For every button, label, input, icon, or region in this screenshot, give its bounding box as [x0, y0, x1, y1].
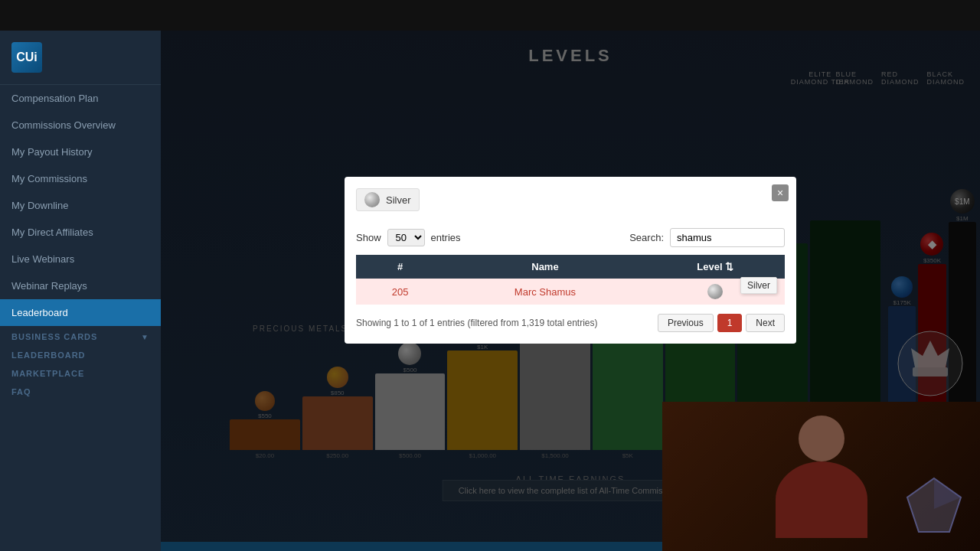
table-header-row: # Name Level ⇅ [356, 255, 785, 279]
logo-text: CUi [16, 51, 38, 64]
modal-controls: Show 50 entries Search: [356, 228, 785, 247]
page-1-button[interactable]: 1 [717, 314, 743, 332]
search-input[interactable] [670, 228, 785, 247]
modal-title-area: Silver [356, 188, 420, 211]
level-tooltip: Silver [740, 277, 777, 294]
sidebar-item-direct-affiliates[interactable]: My Direct Affiliates [0, 219, 161, 246]
data-table: # Name Level ⇅ 205 Marc Shamus [356, 255, 785, 305]
show-label: Show [356, 232, 381, 243]
search-label: Search: [629, 232, 664, 243]
cell-id: 205 [356, 279, 444, 305]
col-name: Name [444, 255, 645, 279]
sidebar-item-my-downline[interactable]: My Downline [0, 192, 161, 219]
cell-level: Silver [646, 279, 785, 305]
silver-icon [364, 192, 380, 207]
cell-name: Marc Shamus [444, 279, 645, 305]
sidebar-item-webinar-replays[interactable]: Webinar Replays [0, 272, 161, 299]
sidebar-section-marketplace[interactable]: MARKETPLACE [0, 363, 161, 381]
show-section: Show 50 entries [356, 229, 461, 246]
entries-label: entries [431, 232, 461, 243]
previous-button[interactable]: Previous [658, 314, 714, 332]
next-button[interactable]: Next [746, 314, 785, 332]
sidebar-item-leaderboard[interactable]: Leaderboard [0, 299, 161, 326]
showing-text: Showing 1 to 1 of 1 entries (filtered fr… [356, 318, 598, 328]
modal-dialog: Silver × Show 50 entries Search: [345, 177, 796, 344]
sidebar-section-faq[interactable]: FAQ [0, 381, 161, 399]
search-section: Search: [629, 228, 785, 247]
sidebar-item-commissions-overview[interactable]: Commissions Overview [0, 112, 161, 139]
modal-overlay: Silver × Show 50 entries Search: [161, 31, 980, 551]
chevron-down-icon: ▼ [141, 333, 149, 341]
sidebar: CUi Compensation Plan Commissions Overvi… [0, 31, 161, 551]
top-bar [0, 0, 980, 31]
sidebar-item-my-commissions[interactable]: My Commissions [0, 165, 161, 192]
sidebar-nav: Compensation Plan Commissions Overview M… [0, 85, 161, 551]
content-area: LEVELS PRECIOUS METALS TIER BLUEDIAMOND … [161, 31, 980, 551]
sidebar-logo: CUi [0, 31, 161, 85]
modal-footer: Showing 1 to 1 of 1 entries (filtered fr… [356, 314, 785, 332]
sidebar-section-leaderboard[interactable]: LEADERBOARD [0, 344, 161, 363]
col-level: Level ⇅ [646, 255, 785, 279]
pagination: Previous 1 Next [658, 314, 785, 332]
col-number: # [356, 255, 444, 279]
sidebar-item-compensation[interactable]: Compensation Plan [0, 85, 161, 112]
modal-close-button[interactable]: × [772, 184, 789, 201]
sidebar-item-payout-history[interactable]: My Payout History [0, 139, 161, 165]
sidebar-item-live-webinars[interactable]: Live Webinars [0, 246, 161, 272]
level-icon[interactable] [707, 284, 723, 299]
table-row: 205 Marc Shamus Silver [356, 279, 785, 305]
modal-header: Silver × [356, 188, 785, 219]
sidebar-section-business-cards[interactable]: BUSINESS CARDS ▼ [0, 326, 161, 344]
modal-title: Silver [386, 194, 411, 206]
show-select[interactable]: 50 [387, 229, 425, 246]
